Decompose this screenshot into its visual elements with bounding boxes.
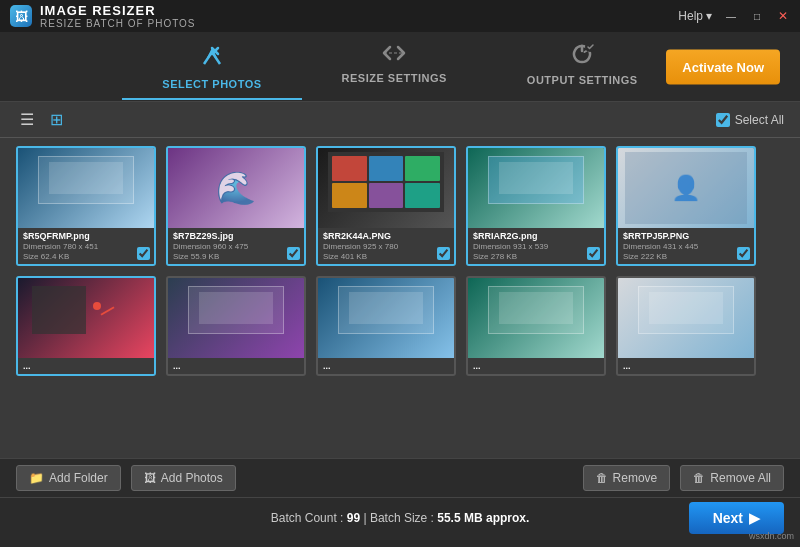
remove-all-button[interactable]: 🗑 Remove All: [680, 465, 784, 491]
next-arrow-icon: ▶: [749, 510, 760, 526]
photo-thumb-2: 🌊: [168, 148, 304, 228]
list-view-button[interactable]: ☰: [16, 108, 38, 131]
add-photos-button[interactable]: 🖼 Add Photos: [131, 465, 236, 491]
photo-info-2: $R7BZ29S.jpg Dimension 960 x 475 Size 55…: [168, 228, 304, 264]
photo-thumb-8: [318, 278, 454, 358]
next-button[interactable]: Next ▶: [689, 502, 784, 534]
tab-output-label: OUTPUT SETTINGS: [527, 74, 638, 86]
photo-info-10: ...: [618, 358, 754, 374]
add-photos-icon: 🖼: [144, 471, 156, 485]
photo-item-2[interactable]: 🌊 $R7BZ29S.jpg Dimension 960 x 475 Size …: [166, 146, 306, 266]
maximize-button[interactable]: □: [750, 9, 764, 23]
photo-thumb-6: [18, 278, 154, 358]
nav-bar: SELECT PHOTOS RESIZE SETTINGS: [0, 32, 800, 102]
grid-view-button[interactable]: ⊞: [46, 108, 67, 131]
photo-info-8: ...: [318, 358, 454, 374]
tab-resize-label: RESIZE SETTINGS: [342, 72, 447, 84]
photo-thumb-9: [468, 278, 604, 358]
titlebar-controls: Help ▾ — □ ✕: [678, 9, 790, 23]
photo-checkbox-4[interactable]: [587, 247, 600, 260]
photo-row-2: ... ... ... ...: [16, 276, 784, 376]
resize-icon: [380, 42, 408, 70]
photo-checkbox-1[interactable]: [137, 247, 150, 260]
photo-item-3[interactable]: $RR2K44A.PNG Dimension 925 x 780 Size 40…: [316, 146, 456, 266]
help-button[interactable]: Help ▾: [678, 9, 712, 23]
photo-checkbox-5[interactable]: [737, 247, 750, 260]
photo-item-8[interactable]: ...: [316, 276, 456, 376]
tab-select-photos[interactable]: SELECT PHOTOS: [122, 34, 301, 100]
app-title: IMAGE RESIZER: [40, 3, 196, 18]
watermark: wsxdn.com: [749, 531, 794, 541]
app-subtitle: RESIZE BATCH OF PHOTOS: [40, 18, 196, 29]
photo-checkbox-3[interactable]: [437, 247, 450, 260]
tab-resize-settings[interactable]: RESIZE SETTINGS: [302, 34, 487, 100]
photo-info-6: ...: [18, 358, 154, 374]
photo-thumb-4: [468, 148, 604, 228]
photo-item-4[interactable]: $RRIAR2G.png Dimension 931 x 539 Size 27…: [466, 146, 606, 266]
photo-grid: $R5QFRMP.png Dimension 780 x 451 Size 62…: [0, 138, 800, 458]
photo-checkbox-2[interactable]: [287, 247, 300, 260]
photo-item-6[interactable]: ...: [16, 276, 156, 376]
photo-thumb-10: [618, 278, 754, 358]
photo-info-5: $RRTPJ5P.PNG Dimension 431 x 445 Size 22…: [618, 228, 754, 264]
tab-select-label: SELECT PHOTOS: [162, 78, 261, 90]
app-icon: 🖼: [10, 5, 32, 27]
status-text: Batch Count : 99 | Batch Size : 55.5 MB …: [271, 511, 530, 525]
photo-info-3: $RR2K44A.PNG Dimension 925 x 780 Size 40…: [318, 228, 454, 264]
photo-info-7: ...: [168, 358, 304, 374]
minimize-button[interactable]: —: [724, 9, 738, 23]
view-toggle-group: ☰ ⊞: [16, 108, 67, 131]
photo-thumb-7: [168, 278, 304, 358]
bottom-toolbar: 📁 Add Folder 🖼 Add Photos 🗑 Remove 🗑 Rem…: [0, 458, 800, 497]
photo-item-7[interactable]: ...: [166, 276, 306, 376]
tab-output-settings[interactable]: OUTPUT SETTINGS: [487, 34, 678, 100]
titlebar-left: 🖼 IMAGE RESIZER RESIZE BATCH OF PHOTOS: [10, 3, 196, 29]
photo-row-1: $R5QFRMP.png Dimension 780 x 451 Size 62…: [16, 146, 784, 266]
toolbar: ☰ ⊞ Select All: [0, 102, 800, 138]
output-icon: [568, 42, 596, 72]
photo-info-4: $RRIAR2G.png Dimension 931 x 539 Size 27…: [468, 228, 604, 264]
folder-icon: 📁: [29, 471, 44, 485]
select-photos-icon: [198, 42, 226, 76]
remove-button[interactable]: 🗑 Remove: [583, 465, 671, 491]
titlebar-title-group: IMAGE RESIZER RESIZE BATCH OF PHOTOS: [40, 3, 196, 29]
select-all-label: Select All: [735, 113, 784, 127]
photo-item-1[interactable]: $R5QFRMP.png Dimension 780 x 451 Size 62…: [16, 146, 156, 266]
close-button[interactable]: ✕: [776, 9, 790, 23]
photo-info-1: $R5QFRMP.png Dimension 780 x 451 Size 62…: [18, 228, 154, 264]
photo-thumb-3: [318, 148, 454, 228]
titlebar: 🖼 IMAGE RESIZER RESIZE BATCH OF PHOTOS H…: [0, 0, 800, 32]
add-folder-button[interactable]: 📁 Add Folder: [16, 465, 121, 491]
select-all-checkbox[interactable]: [716, 113, 730, 127]
photo-item-10[interactable]: ...: [616, 276, 756, 376]
activate-now-button[interactable]: Activate Now: [666, 49, 780, 84]
select-all-area[interactable]: Select All: [716, 113, 784, 127]
trash-all-icon: 🗑: [693, 471, 705, 485]
status-bar: Batch Count : 99 | Batch Size : 55.5 MB …: [0, 497, 800, 537]
photo-thumb-5: 👤: [618, 148, 754, 228]
photo-item-5[interactable]: 👤 $RRTPJ5P.PNG Dimension 431 x 445 Size …: [616, 146, 756, 266]
photo-thumb-1: [18, 148, 154, 228]
photo-info-9: ...: [468, 358, 604, 374]
trash-icon: 🗑: [596, 471, 608, 485]
photo-item-9[interactable]: ...: [466, 276, 606, 376]
